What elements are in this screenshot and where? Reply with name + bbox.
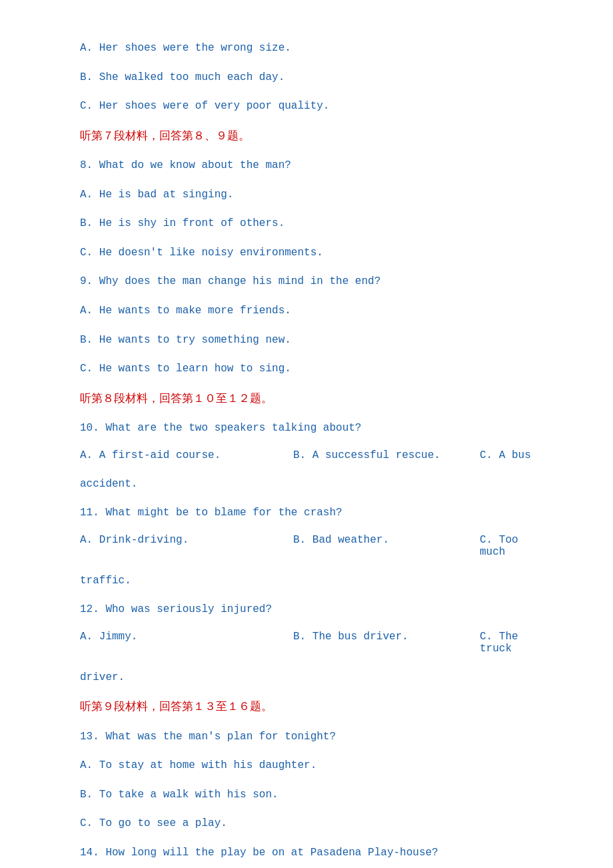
q11-options-row: A. Drink-driving. B. Bad weather. C. Too…	[80, 534, 533, 570]
q12-options-row: A. Jimmy. B. The bus driver. C. The truc…	[80, 631, 533, 667]
q11-option-a: A. Drink-driving.	[80, 534, 293, 558]
q8-option-c: C. He doesn't like noisy environments.	[80, 245, 533, 262]
q13-option-b: B. To take a walk with his son.	[80, 787, 533, 804]
q12-option-a: A. Jimmy.	[80, 631, 293, 655]
q11-option-c-start: C. Too much	[480, 534, 533, 558]
q10-option-c-start: C. A bus	[480, 449, 533, 461]
question-8: 8. What do we know about the man?	[80, 157, 533, 175]
q11-option-c-cont: traffic.	[80, 573, 533, 590]
option-c-poor-quality: C. Her shoes were of very poor quality.	[80, 98, 533, 115]
q10-option-a: A. A first-aid course.	[80, 449, 293, 461]
section7-header: 听第７段材料，回答第８、９题。	[80, 127, 533, 145]
q12-option-b: B. The bus driver.	[293, 631, 480, 655]
q9-option-a: A. He wants to make more friends.	[80, 303, 533, 320]
q11-option-b: B. Bad weather.	[293, 534, 480, 558]
q10-options-row: A. A first-aid course. B. A successful r…	[80, 449, 533, 473]
q12-option-c-start: C. The truck	[480, 631, 533, 655]
q13-option-a: A. To stay at home with his daughter.	[80, 757, 533, 775]
option-b-walked-too-much: B. She walked too much each day.	[80, 69, 533, 87]
question-11: 11. What might be to blame for the crash…	[80, 505, 533, 522]
q8-option-a: A. He is bad at singing.	[80, 187, 533, 204]
q9-option-c: C. He wants to learn how to sing.	[80, 361, 533, 378]
option-a-shoes-size: A. Her shoes were the wrong size.	[80, 40, 533, 57]
question-14: 14. How long will the play be on at Pasa…	[80, 845, 533, 862]
q13-option-c: C. To go to see a play.	[80, 815, 533, 833]
question-13: 13. What was the man's plan for tonight?	[80, 729, 533, 746]
q10-option-b: B. A successful rescue.	[293, 449, 480, 461]
section8-header: 听第８段材料，回答第１０至１２题。	[80, 390, 533, 408]
question-12: 12. Who was seriously injured?	[80, 601, 533, 619]
q10-option-c-cont: accident.	[80, 476, 533, 493]
q8-option-b: B. He is shy in front of others.	[80, 215, 533, 233]
section9-header: 听第９段材料，回答第１３至１６题。	[80, 698, 533, 716]
question-9: 9. Why does the man change his mind in t…	[80, 273, 533, 291]
q12-option-c-cont: driver.	[80, 669, 533, 687]
question-10: 10. What are the two speakers talking ab…	[80, 420, 533, 437]
q9-option-b: B. He wants to try something new.	[80, 332, 533, 349]
